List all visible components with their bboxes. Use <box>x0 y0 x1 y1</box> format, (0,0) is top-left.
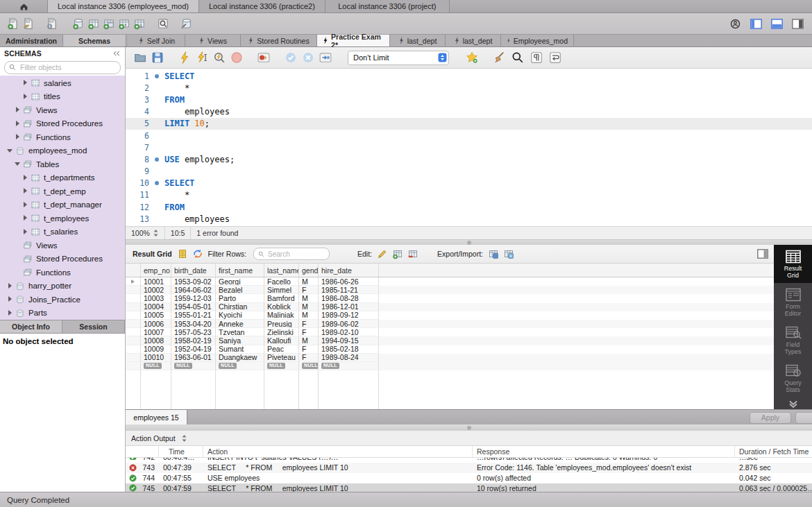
editor-tab[interactable]: last_dept <box>446 35 501 46</box>
editor-line[interactable]: 8USE employees; <box>126 153 812 165</box>
grid-search-input[interactable] <box>267 250 325 259</box>
output-row[interactable]: 74400:47:55USE employees0 row(s) affecte… <box>126 473 812 483</box>
grid-cell[interactable]: NULL <box>171 362 216 370</box>
editor-line[interactable]: 9 <box>126 166 812 178</box>
collapse-sidebar-icon[interactable] <box>112 49 121 58</box>
grid-cell[interactable]: 1989-02-10 <box>319 328 379 336</box>
table-row[interactable]: 100081958-02-19SaniyaKalloufiM1994-09-15 <box>126 336 774 345</box>
grid-cell[interactable]: F <box>299 286 319 294</box>
tree-item[interactable]: Views <box>0 239 125 252</box>
grid-cell[interactable]: NULL <box>141 362 171 370</box>
side-panel-result-grid[interactable]: Result Grid <box>774 245 812 283</box>
grid-cell[interactable]: Piveteau <box>264 354 299 362</box>
grid-cell[interactable]: NULL <box>264 362 299 370</box>
grid-cell[interactable]: Zielinski <box>264 328 299 336</box>
row-selector[interactable] <box>126 286 141 294</box>
row-selector[interactable] <box>126 336 141 345</box>
chevron-right-icon[interactable] <box>22 175 28 181</box>
output-row[interactable]: 74200:46:4…INSERT INTO t_salaries VALUES… <box>126 458 812 463</box>
grid-cell[interactable]: 1952-04-19 <box>171 345 216 354</box>
editor-tab[interactable]: Self Join <box>128 35 185 46</box>
add-row-button[interactable] <box>391 247 405 261</box>
grid-cell[interactable]: 10006 <box>141 320 171 328</box>
table-row[interactable]: 100051955-01-21KyoichiMaliniakM1989-09-1… <box>126 311 774 320</box>
folder-open-button[interactable] <box>133 50 148 65</box>
grid-search-box[interactable] <box>253 248 330 260</box>
grid-cell[interactable]: 10008 <box>141 336 171 345</box>
chevron-right-icon[interactable] <box>7 296 13 302</box>
tree-item[interactable]: Functions <box>0 266 125 280</box>
null-placeholder-row[interactable]: NULLNULLNULLNULLNULLNULL <box>126 362 774 370</box>
wrap-button[interactable] <box>548 50 563 65</box>
grid-cell[interactable]: F <box>299 328 319 336</box>
grid-cell[interactable]: 1985-02-18 <box>319 345 379 354</box>
grid-cell[interactable]: Kyoichi <box>216 311 264 320</box>
grid-cell[interactable]: 1989-09-12 <box>319 311 379 320</box>
grid-cell[interactable]: 10003 <box>141 294 171 302</box>
sidebar-bottom-tab[interactable]: Session <box>62 320 125 333</box>
connection-tab[interactable]: Local instance 3306 (employees_mod) <box>47 0 199 12</box>
filter-box[interactable] <box>4 61 121 74</box>
grid-column-header[interactable]: gender <box>299 264 319 277</box>
autocommit-button[interactable] <box>318 50 333 65</box>
editor-tab[interactable]: last_dept <box>390 35 446 46</box>
tree-item[interactable]: Parts <box>0 307 125 320</box>
tree-item[interactable]: t_dept_manager <box>0 198 125 212</box>
grid-cell[interactable]: 1989-06-02 <box>319 320 379 328</box>
server-admin-button[interactable] <box>179 16 194 31</box>
row-selector[interactable] <box>126 294 141 302</box>
delete-row-button[interactable] <box>406 247 420 261</box>
edit-row-button[interactable] <box>375 247 389 261</box>
result-tab[interactable]: employees 15 <box>126 410 187 424</box>
grid-cell[interactable]: Koblick <box>264 303 299 311</box>
grid-cell[interactable]: 1986-12-01 <box>319 303 379 311</box>
editor-tab[interactable]: Stored Routines <box>241 35 317 46</box>
mag-button[interactable] <box>510 50 525 65</box>
zoom-control[interactable]: 100% <box>126 227 165 239</box>
pilcrow-button[interactable] <box>529 50 544 65</box>
grid-column-header[interactable]: last_name <box>264 264 299 277</box>
side-panel-form-editor[interactable]: Form Editor <box>774 283 812 321</box>
connection-tab[interactable]: Local instance 3306 (project) <box>325 0 450 12</box>
open-sql-script-button[interactable]: > <box>21 16 36 31</box>
editor-line[interactable]: 4 employees <box>126 106 812 118</box>
grid-cell[interactable]: F <box>299 320 319 328</box>
result-grid[interactable]: emp_nobirth_datefirst_namelast_namegende… <box>126 264 774 409</box>
sidebar-bottom-tab[interactable]: Object Info <box>0 320 62 333</box>
output-row[interactable]: 74500:47:59SELECT * FROM employees LIMIT… <box>126 483 812 492</box>
create-view-button[interactable] <box>101 16 117 31</box>
tree-item[interactable]: Stored Procedures <box>0 252 125 266</box>
inspector-button[interactable]: > <box>44 16 60 31</box>
refresh-button[interactable] <box>191 247 205 261</box>
table-row[interactable]: 100041954-05-01ChirstianKoblickM1986-12-… <box>126 303 774 311</box>
grid-cell[interactable]: 10001 <box>141 277 171 286</box>
chevron-right-icon[interactable] <box>22 188 28 194</box>
sidebar-tab-administration[interactable]: Administration <box>0 35 63 46</box>
editor-line[interactable]: 13 employees <box>126 213 812 225</box>
grid-cell[interactable]: Bezalel <box>216 286 264 294</box>
grid-cell[interactable]: 10007 <box>141 328 171 336</box>
stop-button[interactable] <box>229 50 244 65</box>
import-button[interactable] <box>502 247 516 261</box>
grid-cell[interactable]: F <box>299 354 319 362</box>
tree-item[interactable]: t_dept_emp <box>0 184 125 198</box>
editor-tab[interactable]: Employees_mod <box>501 35 574 46</box>
sidebar-tab-schemas[interactable]: Schemas <box>63 35 126 46</box>
editor-tab[interactable]: Practice Exam 2* <box>317 35 390 46</box>
revert-button[interactable] <box>795 412 812 424</box>
save-button[interactable] <box>150 50 165 65</box>
limit-dropdown[interactable]: Don't Limit <box>348 51 449 65</box>
grid-cell[interactable]: Bamford <box>264 294 299 302</box>
grid-cell[interactable]: Maliniak <box>264 311 299 320</box>
row-selector[interactable] <box>126 354 141 362</box>
bolt-cursor-button[interactable] <box>194 50 210 65</box>
grid-cell[interactable]: 1994-09-15 <box>319 336 379 345</box>
create-procedure-button[interactable]: ? <box>117 16 132 31</box>
grid-cell[interactable]: 1959-12-03 <box>171 294 216 302</box>
search-data-button[interactable] <box>155 16 171 31</box>
grid-cell[interactable]: NULL <box>216 362 264 370</box>
row-selector[interactable] <box>126 328 141 336</box>
grid-cell[interactable]: 10005 <box>141 311 171 320</box>
tree-item[interactable]: Tables <box>0 157 125 171</box>
grid-cell[interactable]: M <box>299 294 319 302</box>
